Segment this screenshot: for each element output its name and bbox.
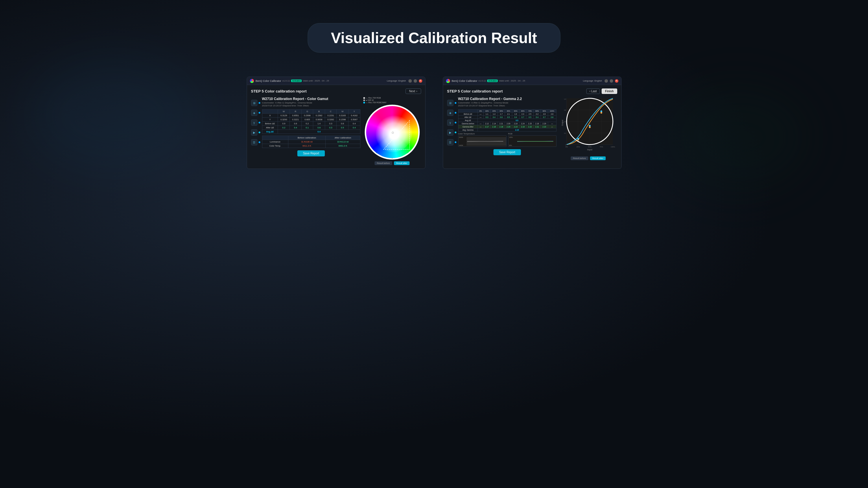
table-row: Y 0.3293 0.3221 0.605 0.0638 0.3282 0.15…: [262, 118, 360, 122]
legend-item-3: — Rec.709 RGBCMAY: [363, 101, 387, 103]
app-name-2: BenQ Color Calibrator: [452, 79, 477, 83]
maximize-btn-2[interactable]: □: [610, 79, 613, 83]
windows-container: BenQ Color Calibrator v1.0.11 Activated …: [247, 76, 622, 169]
sidebar-dot-2-2: [455, 112, 457, 113]
result-toggle-2: Result before Result after: [571, 156, 606, 160]
version-2: v1.0.11: [478, 79, 486, 82]
close-btn-1[interactable]: ✕: [419, 79, 422, 83]
svg-text:0.0: 0.0: [365, 157, 367, 158]
maximize-btn-1[interactable]: □: [413, 79, 417, 83]
window-content-2: STEP 5 Color calibration report ‹ Last F…: [443, 85, 621, 164]
sidebar-2: ⊞ ◈ γ ▶: [447, 97, 457, 160]
table-row: Luminance 31 ft/106 nit 33 ft/113 nit: [262, 140, 360, 144]
gamma-chart-area: Input Output 0% 25% 50% 75% 100% 0 0.2 0…: [559, 97, 617, 160]
sidebar-dot-4: [258, 132, 260, 133]
gamut-icon-2[interactable]: ◈: [447, 109, 454, 116]
gamma-icon-1[interactable]: γ: [251, 120, 257, 126]
sidebar-dot-2-5: [455, 141, 457, 143]
table-row: Gamma before — 2.12 2.14 2.21 2.09 2.18 …: [458, 122, 556, 125]
ct-chart-left: Color Temperature 8000K 6400K: [458, 133, 506, 147]
svg-point-35: [600, 110, 602, 112]
table-row: Before ΔE 0.9 0.6 0.2 1.4 0.3 0.6 0.4: [262, 122, 360, 126]
legend-dot-1: [363, 97, 365, 99]
table-row: X 0.3129 0.6551 0.2998 0.1582 0.2231 0.3…: [262, 113, 360, 118]
report-area-2: ⊞ ◈ γ ▶: [447, 97, 617, 160]
window-gamma: BenQ Color Calibrator v1.0.11 Activated …: [443, 76, 622, 169]
monitor-icon-1[interactable]: ⊞: [251, 100, 257, 106]
play-icon-1[interactable]: ▶: [251, 129, 257, 136]
window-color-gamut: BenQ Color Calibrator v1.0.11 Activated …: [247, 76, 426, 169]
svg-text:y: y: [366, 105, 367, 108]
sidebar-item-2-5: ☰: [447, 139, 457, 145]
svg-text:Input: Input: [587, 148, 593, 151]
main-data-2: W2710 Calibration Report - Gamma 2.2 Col…: [458, 97, 557, 160]
svg-text:8000K: 8000K: [459, 136, 463, 138]
svg-text:X: X: [391, 157, 393, 160]
avg-gamma-row: Avg. Gamma 2.19: [458, 128, 556, 132]
report-area-1: ⊞ ◈ γ ▶: [251, 97, 421, 165]
play-icon-2[interactable]: ▶: [447, 129, 454, 136]
ct-svg-left: 8000K 6400K: [459, 136, 506, 147]
result-after-btn-2[interactable]: Result after: [590, 156, 606, 160]
step-header-1: STEP 5 Color calibration report Next ›: [251, 89, 421, 94]
next-button[interactable]: Next ›: [405, 89, 421, 94]
report-colorimeter-2: Colorimeter: X-Rite i1 DisplayPro ; Cine…: [458, 101, 557, 104]
svg-point-33: [577, 138, 579, 140]
minimize-btn-1[interactable]: —: [408, 79, 412, 83]
main-title-container: Visualized Calibration Result: [307, 23, 561, 53]
gamut-icon-1[interactable]: ◈: [251, 109, 257, 116]
ct-svg-right: 105% 95%: [508, 136, 556, 147]
report-icon-1[interactable]: ☰: [251, 139, 257, 145]
save-report-btn-2[interactable]: Save Report: [493, 149, 521, 155]
report-colorimeter-1: Colorimeter: X-Rite i1 DisplayPro ; Cine…: [262, 101, 361, 104]
svg-text:0: 0: [565, 144, 566, 146]
legend-item-1: — Rec.709 RGB: [363, 97, 387, 99]
lang-2: Language: English: [583, 79, 602, 82]
sidebar-item-2: ◈: [251, 109, 260, 116]
gamma-table: 0% 10% 20% 30% 40% 50% 60% 70% 80% 90%: [458, 109, 557, 132]
step-title-1: STEP 5 Color calibration report: [251, 89, 307, 93]
sidebar-dot-2-4: [455, 132, 457, 133]
svg-text:25%: 25%: [576, 146, 580, 148]
svg-point-3: [392, 132, 394, 134]
result-after-btn-1[interactable]: Result after: [394, 161, 409, 165]
titlebar-2: BenQ Color Calibrator v1.0.11 Activated …: [443, 77, 621, 85]
close-btn-2[interactable]: ✕: [615, 79, 618, 83]
svg-text:0.9: 0.9: [365, 107, 367, 109]
ct-chart-area-right: 105% 95% 0% 20%: [508, 135, 557, 147]
activated-badge-1: Activated: [291, 79, 302, 82]
valid-2: Valid until : 2025 - 04 - 25: [499, 79, 525, 82]
ct-chart-area-left: 8000K 6400K 0%: [458, 135, 506, 147]
win-buttons-2: — □ ✕: [604, 79, 618, 83]
sidebar-dot-1: [258, 102, 260, 104]
last-button[interactable]: ‹ Last: [586, 89, 600, 94]
legend-item-2: ● D65 W: [363, 99, 387, 101]
svg-text:Output: Output: [561, 120, 564, 126]
result-before-btn-2[interactable]: Result before: [571, 156, 588, 160]
table-row: Before ΔE — 1.1 1.4 1.7 2.1 1.9 2.3 2.5: [458, 112, 556, 116]
gamma-icon-2[interactable]: γ: [447, 120, 454, 126]
result-before-btn-1[interactable]: Result before: [375, 161, 392, 165]
sidebar-item-3: γ: [251, 120, 260, 126]
cie-legend: — Rec.709 RGB ● D65 W — Rec.709 RGBCMAY: [363, 97, 387, 103]
report-icon-2[interactable]: ☰: [447, 139, 454, 145]
sidebar-item-2-4: ▶: [447, 129, 457, 136]
svg-text:105%: 105%: [509, 136, 513, 138]
minimize-btn-2[interactable]: —: [604, 79, 608, 83]
monitor-icon-2[interactable]: ⊞: [447, 100, 454, 106]
app-logo-1: [250, 79, 254, 83]
save-report-btn-1[interactable]: Save Report: [297, 150, 325, 156]
svg-text:1.0: 1.0: [564, 98, 566, 100]
sidebar-dot-2-1: [455, 102, 457, 104]
table-row: After ΔE 0.2 0.4 0.1 0.8 0.3 0.5 0.4: [262, 126, 360, 130]
ct-chart-right: RGB 105% 95%: [508, 133, 557, 147]
main-data-1: W2710 Calibration Report - Color Gamut C…: [262, 97, 361, 165]
svg-text:0%: 0%: [565, 146, 568, 148]
avg-row-1: Avg.ΔE 0.4: [262, 130, 360, 134]
table-row: Gamma After — 2.17 2.16 2.18 2.20 2.19 2…: [458, 125, 556, 128]
sidebar-item-4: ▶: [251, 129, 260, 136]
calibration-table-1: W R G B C M Y: [262, 109, 361, 134]
finish-button[interactable]: Finish: [601, 89, 617, 94]
cie-chart-area: — Rec.709 RGB ● D65 W — Rec.709 RGBCMAY: [363, 97, 421, 165]
svg-text:75%: 75%: [599, 146, 603, 148]
